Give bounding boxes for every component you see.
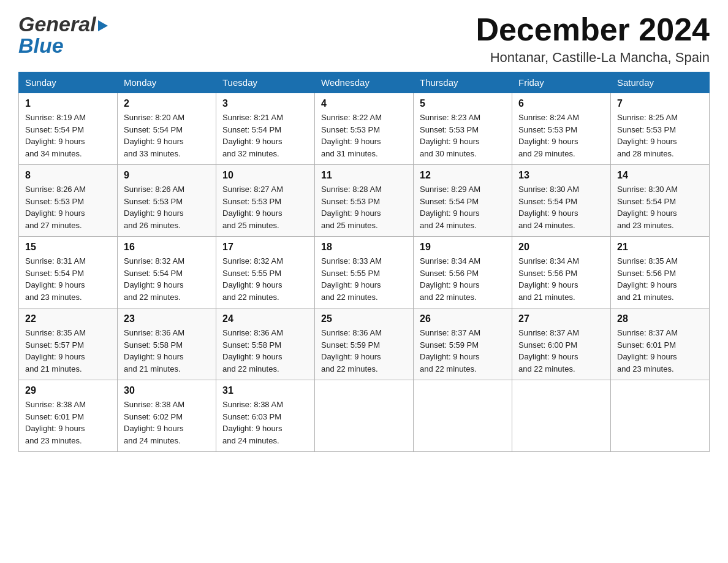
calendar-cell: 3Sunrise: 8:21 AMSunset: 5:54 PMDaylight…: [216, 93, 315, 165]
calendar-cell: 22Sunrise: 8:35 AMSunset: 5:57 PMDayligh…: [19, 308, 118, 380]
day-number: 24: [222, 313, 308, 324]
day-info: Sunrise: 8:38 AMSunset: 6:02 PMDaylight:…: [124, 399, 210, 446]
day-number: 17: [222, 242, 308, 253]
day-number: 27: [518, 313, 604, 324]
day-number: 29: [25, 385, 111, 396]
day-number: 25: [321, 313, 407, 324]
day-info: Sunrise: 8:33 AMSunset: 5:55 PMDaylight:…: [321, 255, 407, 303]
day-info: Sunrise: 8:26 AMSunset: 5:53 PMDaylight:…: [124, 183, 210, 231]
calendar-cell: 10Sunrise: 8:27 AMSunset: 5:53 PMDayligh…: [216, 165, 315, 237]
weekday-header-thursday: Thursday: [414, 72, 512, 93]
calendar-cell: 2Sunrise: 8:20 AMSunset: 5:54 PMDaylight…: [118, 93, 216, 165]
calendar-cell: 12Sunrise: 8:29 AMSunset: 5:54 PMDayligh…: [414, 165, 512, 237]
calendar-cell: 6Sunrise: 8:24 AMSunset: 5:53 PMDaylight…: [512, 93, 611, 165]
calendar-cell: 18Sunrise: 8:33 AMSunset: 5:55 PMDayligh…: [315, 237, 414, 308]
day-number: 31: [222, 385, 308, 396]
calendar-week-row: 29Sunrise: 8:38 AMSunset: 6:01 PMDayligh…: [19, 380, 710, 452]
title-area: December 2024 Hontanar, Castille-La Manc…: [476, 12, 710, 66]
day-info: Sunrise: 8:34 AMSunset: 5:56 PMDaylight:…: [518, 255, 604, 303]
month-title: December 2024: [476, 12, 710, 47]
day-number: 16: [124, 242, 210, 253]
day-info: Sunrise: 8:35 AMSunset: 5:56 PMDaylight:…: [617, 255, 703, 303]
calendar-cell: 1Sunrise: 8:19 AMSunset: 5:54 PMDaylight…: [19, 93, 118, 165]
day-number: 12: [420, 170, 506, 181]
calendar-cell: 8Sunrise: 8:26 AMSunset: 5:53 PMDaylight…: [19, 165, 118, 237]
day-number: 20: [518, 242, 604, 253]
day-number: 26: [420, 313, 506, 324]
calendar-cell: 30Sunrise: 8:38 AMSunset: 6:02 PMDayligh…: [118, 380, 216, 452]
calendar-cell: 4Sunrise: 8:22 AMSunset: 5:53 PMDaylight…: [315, 93, 414, 165]
day-info: Sunrise: 8:34 AMSunset: 5:56 PMDaylight:…: [420, 255, 506, 303]
day-number: 21: [617, 242, 703, 253]
calendar-cell: 31Sunrise: 8:38 AMSunset: 6:03 PMDayligh…: [216, 380, 315, 452]
weekday-header-monday: Monday: [118, 72, 216, 93]
day-number: 4: [321, 98, 407, 109]
calendar-week-row: 8Sunrise: 8:26 AMSunset: 5:53 PMDaylight…: [19, 165, 710, 237]
weekday-header-wednesday: Wednesday: [315, 72, 414, 93]
logo: General Blue: [18, 12, 108, 58]
calendar-week-row: 15Sunrise: 8:31 AMSunset: 5:54 PMDayligh…: [19, 237, 710, 308]
day-number: 10: [222, 170, 308, 181]
day-number: 19: [420, 242, 506, 253]
day-info: Sunrise: 8:24 AMSunset: 5:53 PMDaylight:…: [518, 112, 604, 159]
day-info: Sunrise: 8:23 AMSunset: 5:53 PMDaylight:…: [420, 112, 506, 159]
calendar-body: 1Sunrise: 8:19 AMSunset: 5:54 PMDaylight…: [19, 93, 710, 452]
day-info: Sunrise: 8:28 AMSunset: 5:53 PMDaylight:…: [321, 183, 407, 231]
day-info: Sunrise: 8:38 AMSunset: 6:03 PMDaylight:…: [222, 399, 308, 446]
day-number: 28: [617, 313, 703, 324]
day-info: Sunrise: 8:31 AMSunset: 5:54 PMDaylight:…: [25, 255, 111, 303]
day-info: Sunrise: 8:32 AMSunset: 5:54 PMDaylight:…: [124, 255, 210, 303]
weekday-header-sunday: Sunday: [19, 72, 118, 93]
day-info: Sunrise: 8:27 AMSunset: 5:53 PMDaylight:…: [222, 183, 308, 231]
day-number: 3: [222, 98, 308, 109]
day-number: 1: [25, 98, 111, 109]
logo-arrow-icon: [98, 20, 108, 31]
calendar-cell: [512, 380, 611, 452]
day-number: 6: [518, 98, 604, 109]
logo-general-text: General: [18, 12, 96, 36]
weekday-header-friday: Friday: [512, 72, 611, 93]
day-info: Sunrise: 8:32 AMSunset: 5:55 PMDaylight:…: [222, 255, 308, 303]
day-info: Sunrise: 8:37 AMSunset: 6:01 PMDaylight:…: [617, 327, 703, 375]
calendar-cell: 25Sunrise: 8:36 AMSunset: 5:59 PMDayligh…: [315, 308, 414, 380]
day-info: Sunrise: 8:36 AMSunset: 5:58 PMDaylight:…: [222, 327, 308, 375]
day-info: Sunrise: 8:21 AMSunset: 5:54 PMDaylight:…: [222, 112, 308, 159]
calendar-cell: 21Sunrise: 8:35 AMSunset: 5:56 PMDayligh…: [611, 237, 710, 308]
calendar-cell: 26Sunrise: 8:37 AMSunset: 5:59 PMDayligh…: [414, 308, 512, 380]
day-info: Sunrise: 8:37 AMSunset: 6:00 PMDaylight:…: [518, 327, 604, 375]
weekday-header-tuesday: Tuesday: [216, 72, 315, 93]
day-number: 18: [321, 242, 407, 253]
calendar-cell: 23Sunrise: 8:36 AMSunset: 5:58 PMDayligh…: [118, 308, 216, 380]
day-number: 2: [124, 98, 210, 109]
calendar-cell: 20Sunrise: 8:34 AMSunset: 5:56 PMDayligh…: [512, 237, 611, 308]
calendar-cell: 27Sunrise: 8:37 AMSunset: 6:00 PMDayligh…: [512, 308, 611, 380]
calendar-table: SundayMondayTuesdayWednesdayThursdayFrid…: [18, 72, 710, 452]
day-info: Sunrise: 8:30 AMSunset: 5:54 PMDaylight:…: [518, 183, 604, 231]
calendar-cell: 24Sunrise: 8:36 AMSunset: 5:58 PMDayligh…: [216, 308, 315, 380]
calendar-cell: 17Sunrise: 8:32 AMSunset: 5:55 PMDayligh…: [216, 237, 315, 308]
day-number: 13: [518, 170, 604, 181]
day-number: 8: [25, 170, 111, 181]
day-number: 9: [124, 170, 210, 181]
day-number: 14: [617, 170, 703, 181]
calendar-cell: [414, 380, 512, 452]
calendar-cell: [315, 380, 414, 452]
calendar-cell: 29Sunrise: 8:38 AMSunset: 6:01 PMDayligh…: [19, 380, 118, 452]
day-number: 5: [420, 98, 506, 109]
day-info: Sunrise: 8:38 AMSunset: 6:01 PMDaylight:…: [25, 399, 111, 446]
calendar-cell: 19Sunrise: 8:34 AMSunset: 5:56 PMDayligh…: [414, 237, 512, 308]
day-info: Sunrise: 8:29 AMSunset: 5:54 PMDaylight:…: [420, 183, 506, 231]
day-info: Sunrise: 8:35 AMSunset: 5:57 PMDaylight:…: [25, 327, 111, 375]
day-info: Sunrise: 8:30 AMSunset: 5:54 PMDaylight:…: [617, 183, 703, 231]
calendar-cell: 16Sunrise: 8:32 AMSunset: 5:54 PMDayligh…: [118, 237, 216, 308]
calendar-cell: 14Sunrise: 8:30 AMSunset: 5:54 PMDayligh…: [611, 165, 710, 237]
day-info: Sunrise: 8:37 AMSunset: 5:59 PMDaylight:…: [420, 327, 506, 375]
day-number: 11: [321, 170, 407, 181]
calendar-cell: 15Sunrise: 8:31 AMSunset: 5:54 PMDayligh…: [19, 237, 118, 308]
day-info: Sunrise: 8:36 AMSunset: 5:58 PMDaylight:…: [124, 327, 210, 375]
logo-blue-text: Blue: [18, 34, 64, 58]
calendar-header-row: SundayMondayTuesdayWednesdayThursdayFrid…: [19, 72, 710, 93]
page-header: General Blue December 2024 Hontanar, Cas…: [18, 12, 710, 66]
weekday-header-saturday: Saturday: [611, 72, 710, 93]
day-info: Sunrise: 8:22 AMSunset: 5:53 PMDaylight:…: [321, 112, 407, 159]
